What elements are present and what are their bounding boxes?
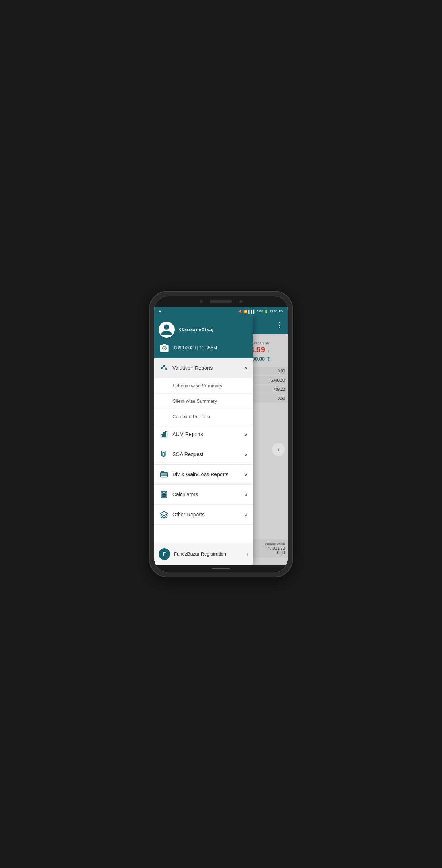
client-wise-summary-item[interactable]: Client wise Summary [154, 394, 253, 409]
phone-bottom-bar [154, 565, 288, 572]
settings-icon: ✱ [157, 308, 163, 314]
signal-icon: ▌▌▌ [248, 310, 255, 313]
svg-rect-6 [163, 432, 165, 437]
calc-chevron-down-icon: ∨ [244, 492, 248, 497]
div-gain-loss-item[interactable]: Div & Gain/Loss Reports ∨ [154, 465, 253, 485]
valuation-sub-items: Scheme wise Summary Client wise Summary … [154, 378, 253, 424]
svg-rect-17 [165, 494, 166, 496]
svg-rect-20 [165, 496, 166, 497]
user-icon [160, 323, 173, 336]
mute-icon: 🔇 [238, 310, 242, 313]
div-gain-loss-label: Div & Gain/Loss Reports [172, 471, 244, 477]
svg-rect-15 [162, 494, 163, 496]
svg-rect-7 [166, 431, 167, 437]
div-chevron-down-icon: ∨ [244, 471, 248, 477]
expand-chevron-button[interactable]: › [272, 443, 285, 456]
layers-icon-svg [160, 511, 168, 519]
svg-point-0 [161, 367, 163, 369]
combine-portfolio-item[interactable]: Combine Portfolio [154, 409, 253, 424]
svg-rect-18 [162, 496, 163, 497]
battery-icon: 🔋 [264, 310, 268, 313]
folder-icon-svg [160, 470, 168, 478]
soa-request-label: SOA Request [172, 451, 244, 457]
soa-request-item[interactable]: SOA Request ∨ [154, 444, 253, 465]
graph-icon-svg [160, 364, 168, 372]
valuation-icon [159, 363, 169, 373]
aum-chevron-down-icon: ∨ [244, 431, 248, 437]
valuation-chevron-up-icon: ∧ [244, 365, 248, 371]
phone-screen: ✱ 🔇 📶 ▌▌▌ 61% 🔋 12:01 PM ⋮ › [154, 296, 288, 572]
soa-icon [159, 450, 169, 459]
speaker-grill [210, 300, 232, 303]
svg-rect-19 [164, 496, 165, 497]
bar-chart-icon-svg [160, 430, 168, 438]
phone-top-bar [154, 296, 288, 307]
calculators-label: Calculators [172, 492, 244, 497]
wifi-icon: 📶 [243, 310, 247, 313]
user-name: XkxoxanxXixaj [178, 327, 214, 332]
calculators-item[interactable]: Calculators ∨ [154, 485, 253, 505]
scheme-wise-summary-item[interactable]: Scheme wise Summary [154, 378, 253, 394]
fundzbazar-label: FundzBazar Registration [174, 551, 243, 557]
soa-chevron-down-icon: ∨ [244, 451, 248, 457]
avatar [159, 322, 175, 338]
timer-icon-svg [159, 343, 169, 353]
drawer-menu: Valuation Reports ∧ Scheme wise Summary … [154, 358, 253, 543]
status-bar: ✱ 🔇 📶 ▌▌▌ 61% 🔋 12:01 PM [154, 307, 288, 316]
svg-line-3 [162, 366, 163, 368]
footer-chevron-right-icon: › [247, 551, 248, 557]
camera-dot-right [239, 300, 242, 303]
status-left: ✱ [157, 308, 163, 314]
battery-percent: 61% [256, 310, 263, 313]
more-options-icon[interactable]: ⋮ [276, 321, 283, 329]
aum-icon [159, 429, 169, 439]
date-display: 08/01/2020 | 11:35AM [174, 345, 217, 350]
document-icon-svg [160, 450, 168, 458]
fundzbazar-registration-item[interactable]: F FundzBazar Registration › [154, 543, 253, 565]
nav-drawer: XkxoxanxXixaj 08/01/2020 | 11:35AM [154, 316, 253, 565]
other-reports-label: Other Reports [172, 512, 244, 518]
svg-rect-14 [162, 492, 165, 493]
calc-icon [159, 490, 169, 499]
svg-rect-16 [164, 494, 165, 496]
svg-line-4 [165, 366, 166, 368]
valuation-reports-header[interactable]: Valuation Reports ∧ [154, 358, 253, 378]
date-row: 08/01/2020 | 11:35AM [159, 342, 248, 354]
div-icon [159, 470, 169, 479]
home-indicator [212, 568, 230, 569]
aum-reports-item[interactable]: AUM Reports ∨ [154, 424, 253, 444]
svg-rect-5 [161, 434, 163, 437]
other-chevron-down-icon: ∨ [244, 512, 248, 518]
svg-point-2 [166, 368, 167, 369]
other-icon [159, 510, 169, 519]
phone-device: ✱ 🔇 📶 ▌▌▌ 61% 🔋 12:01 PM ⋮ › [150, 292, 292, 577]
fundzbazar-logo: F [159, 548, 170, 560]
drawer-header: XkxoxanxXixaj 08/01/2020 | 11:35AM [154, 316, 253, 358]
aum-reports-label: AUM Reports [172, 431, 244, 437]
camera-dot [200, 300, 203, 303]
user-row: XkxoxanxXixaj [159, 322, 248, 338]
calculator-icon-svg [160, 490, 168, 499]
status-right: 🔇 📶 ▌▌▌ 61% 🔋 12:01 PM [238, 310, 283, 313]
valuation-reports-label: Valuation Reports [172, 365, 244, 371]
up-arrow-icon: ↑ [267, 348, 270, 353]
other-reports-item[interactable]: Other Reports ∨ [154, 505, 253, 525]
time-display: 12:01 PM [269, 310, 283, 313]
screen-content: ⋮ › Weg CAGR 3.59 ↑ 64,000.00 ₹ 0.00 [154, 316, 288, 565]
clock-icon [159, 342, 170, 354]
